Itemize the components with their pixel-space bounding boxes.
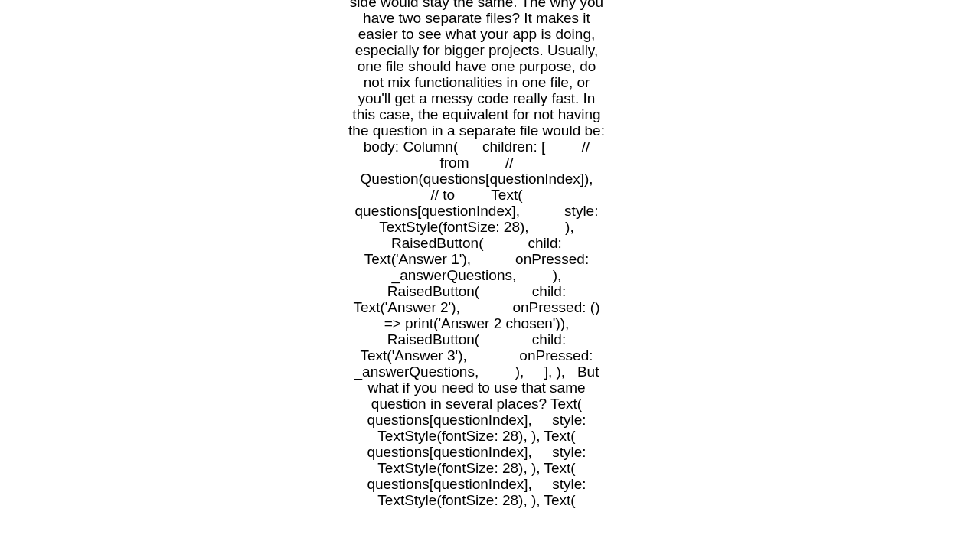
document-body-text: side would stay the same. The why you ha… xyxy=(348,0,605,508)
